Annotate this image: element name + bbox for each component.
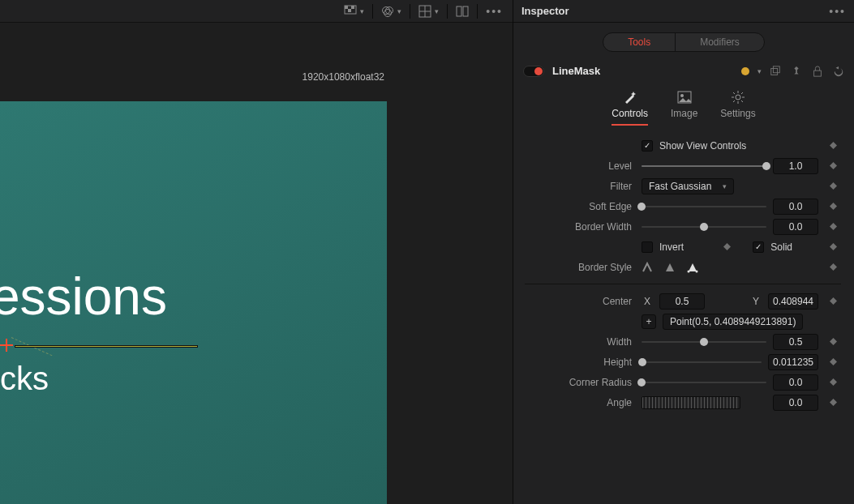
canvas-subtitle-text: nd Tricks <box>0 361 49 397</box>
level-slider[interactable] <box>642 160 766 172</box>
corner-value[interactable]: 0.0 <box>773 374 818 391</box>
gear-icon <box>731 90 745 105</box>
inspector-more-button[interactable]: ••• <box>829 6 846 17</box>
border-style-2-icon[interactable] <box>664 262 676 273</box>
borderwidth-slider[interactable] <box>642 221 766 233</box>
reset-icon[interactable] <box>833 66 844 77</box>
expression-add-button[interactable]: + <box>642 314 656 329</box>
color-dropdown[interactable]: ▾ <box>378 3 405 19</box>
border-style-1-icon[interactable] <box>642 262 653 273</box>
windows-icon[interactable] <box>770 66 781 77</box>
center-y-value[interactable]: 0.408944 <box>768 293 818 310</box>
solid-checkbox[interactable] <box>753 241 764 253</box>
inspector-section-tabs: Controls Image Settings <box>513 82 854 126</box>
lock-icon[interactable] <box>812 66 823 77</box>
angle-label: Angle <box>513 397 635 408</box>
border-style-3-icon[interactable] <box>687 262 698 273</box>
center-expression-field[interactable]: Point(0.5, 0.4089449213891) <box>663 314 803 330</box>
borderwidth-label: Border Width <box>513 221 635 233</box>
svg-point-17 <box>736 95 740 100</box>
version-indicator-icon[interactable] <box>741 67 749 75</box>
viewer-pane: ▾ ▾ ▾ <box>0 0 513 504</box>
chevron-down-icon: ▾ <box>397 7 401 15</box>
chevron-down-icon: ▾ <box>723 182 727 190</box>
inspector-title: Inspector <box>521 5 569 17</box>
keyframe-button[interactable] <box>825 297 841 305</box>
keyframe-button[interactable] <box>825 182 841 190</box>
tab-image[interactable]: Image <box>671 90 697 126</box>
svg-point-6 <box>384 9 392 16</box>
tab-modifiers[interactable]: Modifiers <box>675 33 764 51</box>
width-value[interactable]: 0.5 <box>773 334 818 350</box>
angle-value[interactable]: 0.0 <box>773 395 818 411</box>
filter-dropdown[interactable]: Fast Gaussian ▾ <box>642 178 734 194</box>
angle-wheel[interactable] <box>642 396 740 409</box>
svg-rect-14 <box>814 70 822 76</box>
tab-settings[interactable]: Settings <box>720 90 755 126</box>
width-label: Width <box>513 336 635 348</box>
split-icon <box>456 5 469 18</box>
invert-label: Invert <box>659 241 684 253</box>
node-name[interactable]: LineMask <box>552 65 733 77</box>
show-view-controls-checkbox[interactable] <box>642 140 653 152</box>
level-value[interactable]: 1.0 <box>773 158 818 174</box>
tab-tools[interactable]: Tools <box>603 33 675 51</box>
svg-point-16 <box>680 94 684 97</box>
level-label: Level <box>513 160 635 172</box>
wand-icon <box>623 90 637 105</box>
keyframe-button[interactable] <box>825 223 841 230</box>
svg-rect-11 <box>463 6 468 16</box>
height-value[interactable]: 0.011235 <box>768 354 818 370</box>
keyframe-button[interactable] <box>825 243 841 250</box>
svg-rect-12 <box>771 68 778 75</box>
softedge-slider[interactable] <box>642 201 766 212</box>
image-icon <box>677 90 692 105</box>
mask-line[interactable] <box>15 345 198 348</box>
tab-image-label: Image <box>671 108 697 119</box>
viewer-toolbar: ▾ ▾ ▾ <box>0 0 513 23</box>
keyframe-button[interactable] <box>719 243 735 250</box>
svg-point-19 <box>696 270 698 272</box>
softedge-label: Soft Edge <box>513 201 635 212</box>
svg-rect-10 <box>457 6 461 16</box>
invert-checkbox[interactable] <box>642 241 653 253</box>
borderstyle-label: Border Style <box>513 262 635 273</box>
chevron-down-icon: ▾ <box>360 7 364 15</box>
keyframe-button[interactable] <box>825 203 841 210</box>
borderwidth-value[interactable]: 0.0 <box>773 219 818 235</box>
canvas-title-text: xpressions <box>0 267 167 327</box>
center-x-value[interactable]: 0.5 <box>659 293 705 310</box>
checker-dropdown[interactable]: ▾ <box>341 3 367 19</box>
filter-value: Fast Gaussian <box>649 181 711 192</box>
canvas-info: 1920x1080xfloat32 <box>303 71 384 83</box>
keyframe-button[interactable] <box>825 263 841 271</box>
pin-icon[interactable] <box>791 66 802 77</box>
center-x-key: X <box>642 296 653 307</box>
viewer-more-button[interactable]: ••• <box>483 3 506 19</box>
keyframe-button[interactable] <box>825 338 841 345</box>
grid-dropdown[interactable]: ▾ <box>415 3 442 19</box>
width-slider[interactable] <box>642 336 766 348</box>
split-view-button[interactable] <box>453 3 472 19</box>
channels-icon <box>381 5 394 18</box>
center-y-key: Y <box>750 296 762 307</box>
height-slider[interactable] <box>642 357 762 368</box>
keyframe-button[interactable] <box>825 378 841 386</box>
softedge-value[interactable]: 0.0 <box>773 199 818 215</box>
tab-controls[interactable]: Controls <box>612 90 648 126</box>
keyframe-button[interactable] <box>825 399 841 406</box>
svg-rect-2 <box>351 6 354 9</box>
keyframe-button[interactable] <box>825 358 841 365</box>
node-enable-toggle[interactable] <box>523 66 544 77</box>
chevron-down-icon[interactable]: ▾ <box>757 67 762 75</box>
keyframe-button[interactable] <box>825 142 841 149</box>
chevron-down-icon: ▾ <box>435 7 439 15</box>
inspector-panel: Inspector ••• Tools Modifiers LineMask ▾ <box>513 0 854 504</box>
center-cross-icon[interactable] <box>0 339 13 352</box>
corner-slider[interactable] <box>642 377 766 388</box>
viewer-canvas[interactable]: xpressions nd Tricks <box>0 101 387 504</box>
viewer-body[interactable]: 1920x1080xfloat32 xpressions nd Tricks <box>0 23 513 504</box>
keyframe-button[interactable] <box>825 162 841 169</box>
solid-label: Solid <box>770 241 792 253</box>
checker-icon <box>344 5 357 18</box>
